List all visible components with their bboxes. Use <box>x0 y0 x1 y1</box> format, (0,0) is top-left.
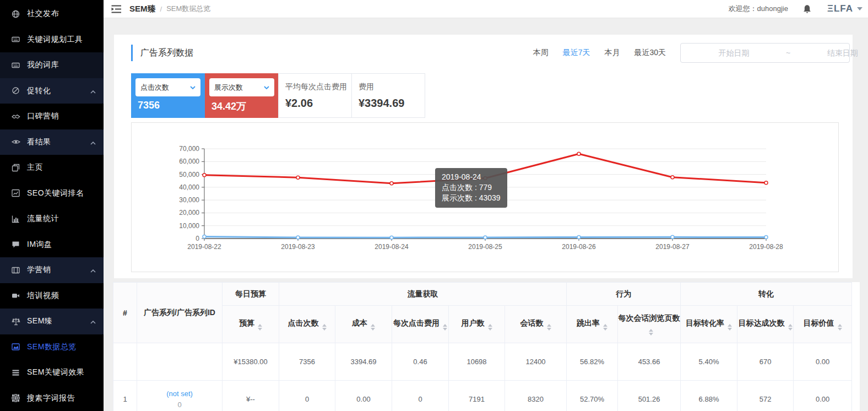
sidebar-item-word-of-mouth[interactable]: 口碑营销 <box>0 104 104 129</box>
chevron-up-icon <box>90 138 96 147</box>
line-chart[interactable]: 010,00020,00030,00040,00050,00060,00070,… <box>131 122 839 272</box>
globe-icon <box>11 9 20 18</box>
area-chart-icon <box>11 343 20 351</box>
col-header-cpc[interactable]: 每次点击费用 <box>392 306 449 343</box>
sidebar-item-results[interactable]: 看结果 <box>0 129 104 155</box>
sort-icon[interactable] <box>788 324 793 331</box>
col-header-cost[interactable]: 成本 <box>335 306 392 343</box>
col-header-pages-per-session[interactable]: 每次会话浏览页数 <box>618 306 681 343</box>
group-header-behavior: 行为 <box>567 283 681 306</box>
col-header-index: # <box>113 283 137 343</box>
group-header-traffic: 流量获取 <box>279 283 567 306</box>
sort-icon[interactable] <box>838 324 842 331</box>
svg-text:30,000: 30,000 <box>179 196 199 204</box>
sort-icon[interactable] <box>649 329 653 336</box>
svg-text:2019-08-23: 2019-08-23 <box>281 243 315 251</box>
col-header-clicks[interactable]: 点击次数 <box>279 306 335 343</box>
table-row: 1 (not set) 0 ¥-- 0 0.00 0 7191 8320 52. <box>113 381 852 411</box>
sidebar-item-label: 流量统计 <box>27 214 96 224</box>
eye-icon <box>11 138 20 147</box>
chevron-up-icon <box>90 266 96 274</box>
svg-text:60,000: 60,000 <box>179 158 199 165</box>
bar-chart-icon <box>11 214 20 223</box>
svg-text:10,000: 10,000 <box>179 222 199 230</box>
sort-icon[interactable] <box>258 324 262 331</box>
svg-text:2019-08-24: 2019-08-24 <box>375 243 409 251</box>
col-header-budget[interactable]: 预算 <box>223 306 279 343</box>
sort-icon[interactable] <box>488 324 492 331</box>
sidebar-item-label: 主页 <box>27 163 96 172</box>
impressions-metric-select[interactable]: 展示次数 <box>209 78 274 96</box>
sidebar-item-home[interactable]: 主页 <box>0 155 104 181</box>
summary-cpc: 0.46 <box>392 343 449 381</box>
summary-budget: ¥15380.00 <box>223 343 279 381</box>
sidebar-item-sem-keyword-effect[interactable]: SEM关键词效果 <box>0 360 104 386</box>
sidebar-item-label: SEM关键词效果 <box>27 367 96 377</box>
topbar-right: 欢迎您：duhongjie ΞLFA <box>729 3 862 14</box>
col-header-goal-completions[interactable]: 目标达成次数 <box>737 306 794 343</box>
end-date-input[interactable] <box>793 48 868 57</box>
group-header-daily-budget: 每日预算 <box>223 283 279 306</box>
chevron-up-icon <box>90 86 96 95</box>
row-pages-per-session: 501.26 <box>618 381 681 411</box>
sidebar-item-my-lexicon[interactable]: 我的词库 <box>0 52 104 78</box>
col-header-sessions[interactable]: 会话数 <box>505 306 567 343</box>
sidebar-item-im-inquiry[interactable]: IM询盘 <box>0 232 104 258</box>
grid-icon <box>11 394 20 403</box>
campaign-name-link[interactable]: (not set) <box>137 388 222 399</box>
row-users: 7191 <box>449 381 505 411</box>
summary-users: 10698 <box>449 343 505 381</box>
sidebar-item-training-videos[interactable]: 培训视频 <box>0 283 104 309</box>
filter-this-month[interactable]: 本月 <box>604 48 620 58</box>
sidebar-item-sem[interactable]: SEM臻 <box>0 309 104 334</box>
sidebar-item-label: SEO关键词排名 <box>27 188 96 198</box>
sidebar-item-conversion[interactable]: 促转化 <box>0 78 104 104</box>
sidebar-item-search-terms-report[interactable]: 搜素字词报告 <box>0 386 104 411</box>
sort-icon[interactable] <box>728 324 732 331</box>
welcome-text: 欢迎您：duhongjie <box>729 4 788 14</box>
svg-text:20,000: 20,000 <box>179 209 199 217</box>
brand-logo[interactable]: ΞLFA <box>827 3 862 14</box>
filter-last-7-days[interactable]: 最近7天 <box>563 48 590 58</box>
stat-card-avg-cpc: 平均每次点击费用 ¥2.06 <box>278 73 352 118</box>
chevron-down-icon <box>264 86 269 89</box>
row-budget: ¥-- <box>223 381 279 411</box>
summary-pages-per-session: 453.66 <box>618 343 681 381</box>
sort-icon[interactable] <box>443 324 447 331</box>
date-range-picker[interactable]: ~ <box>680 43 850 63</box>
keyboard-icon <box>11 35 20 44</box>
filter-this-week[interactable]: 本周 <box>533 48 549 58</box>
sort-icon[interactable] <box>322 324 327 331</box>
svg-text:2019-08-25: 2019-08-25 <box>468 243 502 251</box>
start-date-input[interactable] <box>684 48 784 57</box>
line-chart-icon <box>11 189 20 198</box>
sidebar-item-social-publish[interactable]: 社交发布 <box>0 1 104 27</box>
list-icon <box>11 368 20 377</box>
sidebar-item-label: IM询盘 <box>27 240 96 250</box>
bell-icon[interactable] <box>802 4 812 14</box>
sidebar-item-keyword-planner[interactable]: 关键词规划工具 <box>0 27 104 53</box>
sort-icon[interactable] <box>547 324 551 331</box>
svg-text:70,000: 70,000 <box>179 145 199 153</box>
col-header-goal-value[interactable]: 目标价值 <box>794 306 852 343</box>
svg-text:2019-08-27: 2019-08-27 <box>655 243 690 251</box>
sort-icon[interactable] <box>371 324 375 331</box>
col-header-goal-conversion-rate[interactable]: 目标转化率 <box>681 306 737 343</box>
chart-canvas[interactable]: 010,00020,00030,00040,00050,00060,00070,… <box>132 123 838 272</box>
sidebar-item-learn-marketing[interactable]: 学营销 <box>0 257 104 283</box>
svg-text:0: 0 <box>196 235 199 242</box>
row-cost: 0.00 <box>335 381 392 411</box>
menu-fold-icon[interactable] <box>111 5 122 13</box>
row-sessions: 8320 <box>505 381 567 411</box>
sidebar-item-traffic-stats[interactable]: 流量统计 <box>0 206 104 232</box>
sidebar-item-sem-data-overview[interactable]: SEM数据总览 <box>0 334 104 360</box>
sidebar-item-seo-ranking[interactable]: SEO关键词排名 <box>0 181 104 207</box>
col-header-bounce-rate[interactable]: 跳出率 <box>567 306 618 343</box>
clicks-metric-select[interactable]: 点击次数 <box>135 78 200 96</box>
chevron-down-icon <box>190 86 196 89</box>
filter-last-30-days[interactable]: 最近30天 <box>634 48 666 58</box>
time-filters: 本周 最近7天 本月 最近30天 ~ <box>533 43 850 63</box>
sort-icon[interactable] <box>603 324 607 331</box>
copy-icon <box>11 163 20 172</box>
col-header-users[interactable]: 用户数 <box>449 306 505 343</box>
